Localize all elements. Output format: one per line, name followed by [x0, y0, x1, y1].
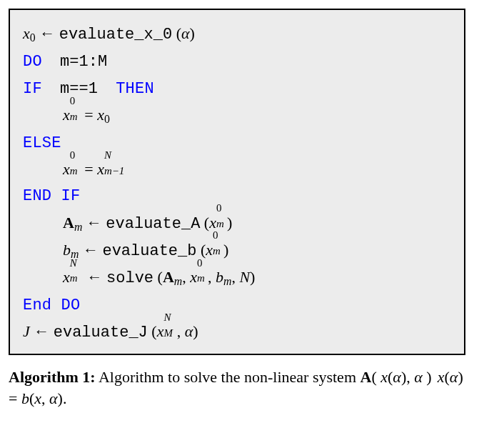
var-x: x — [157, 322, 164, 340]
supsub: 0m00 — [70, 103, 81, 127]
sup: 0 — [213, 227, 218, 244]
arrow: ← — [79, 241, 102, 259]
fn-evaluate-b: evaluate_b — [102, 242, 196, 260]
var-x: x — [63, 106, 70, 124]
fn-evaluate-J: evaluate_J — [54, 324, 148, 342]
paren-close: ) — [227, 214, 232, 232]
var-x: x — [380, 368, 388, 386]
op: ), — [401, 368, 414, 386]
algo-line-4: x0m00 = x0 — [23, 103, 451, 129]
paren-open: ( — [148, 322, 157, 340]
sub: m — [70, 270, 78, 287]
var-A: A — [361, 368, 372, 386]
sub: m — [70, 163, 78, 179]
var-A: A — [63, 214, 74, 232]
algo-line-8: Am ← evaluate_A (x0m00) — [23, 211, 451, 237]
var-J: J — [23, 322, 30, 340]
sub: m — [197, 270, 205, 287]
op: ). — [58, 389, 67, 407]
loop-range: m=1:M — [51, 53, 107, 71]
comma: , — [182, 268, 190, 286]
sub-0: 0 — [30, 31, 36, 44]
var-A: A — [163, 268, 174, 286]
algo-line-7: END IF — [23, 183, 451, 209]
var-alpha: α — [450, 368, 458, 386]
arrow: ← — [30, 322, 54, 340]
var-b: b — [21, 389, 29, 407]
sub-0: 0 — [104, 114, 110, 126]
sup: N — [104, 147, 111, 164]
paren-close: ) — [193, 322, 198, 340]
algo-line-12: J ← evaluate_J (xNMN0, α) — [23, 319, 451, 345]
sup: 0 — [197, 255, 202, 272]
kw-then: THEN — [116, 80, 154, 98]
op: ) — [423, 368, 435, 386]
var-alpha: α — [49, 389, 58, 407]
paren-close: ) — [223, 241, 228, 259]
sub: m — [213, 243, 221, 259]
sub: m−1 — [104, 163, 124, 179]
algo-line-11: End DO — [23, 292, 451, 318]
algo-line-6: x0m00 = xNm−1m−1 — [23, 157, 451, 181]
caption-label: Algorithm 1: — [9, 368, 96, 386]
fn-evaluate-x0: evaluate_x_0 — [59, 26, 172, 44]
op: ( — [371, 368, 380, 386]
var-x: x — [34, 389, 41, 407]
var-x: x — [190, 268, 197, 286]
paren-open: ( — [172, 24, 181, 42]
algo-line-9: bm ← evaluate_b (x0m00) — [23, 238, 451, 264]
fn-evaluate-A: evaluate_A — [106, 215, 200, 233]
algorithm-box: x0 ← evaluate_x_0 (α) DO m=1:M IF m==1 T… — [9, 9, 465, 355]
comma: , — [177, 322, 185, 340]
var-x: x — [206, 241, 213, 259]
paren-open: ( — [153, 268, 163, 286]
var-x: x — [97, 106, 104, 124]
kw-else: ELSE — [23, 134, 61, 152]
arrow: ← — [82, 214, 106, 232]
comma: , — [231, 268, 239, 286]
algo-line-3: IF m==1 THEN — [23, 76, 451, 101]
op: ( — [444, 368, 449, 386]
caption-text: Algorithm to solve the non-linear system — [96, 368, 361, 386]
sup: N — [163, 309, 171, 326]
sup: 0 — [70, 147, 75, 164]
supsub: 0m00 — [213, 238, 223, 262]
eq: = — [81, 106, 97, 124]
var-b: b — [216, 268, 223, 286]
comma: , — [208, 268, 216, 286]
var-x: x — [23, 24, 30, 42]
sub: m — [70, 109, 78, 125]
algo-line-1: x0 ← evaluate_x_0 (α) — [23, 21, 451, 47]
algo-line-5: ELSE — [23, 130, 451, 156]
sub-m: m — [74, 221, 82, 233]
sub-m: m — [223, 275, 231, 287]
if-cond: m==1 — [51, 80, 107, 98]
paren-close: ) — [190, 24, 195, 42]
var-alpha: α — [181, 24, 190, 42]
paren-open: ( — [200, 214, 209, 232]
supsub: 0m00 — [70, 157, 81, 181]
fn-solve: solve — [106, 269, 153, 287]
supsub: 0m00 — [197, 265, 208, 289]
var-alpha: α — [393, 368, 401, 386]
eq: = — [81, 160, 97, 178]
var-x: x — [63, 160, 70, 178]
arrow: ← — [83, 268, 106, 286]
kw-endif: END IF — [23, 187, 80, 205]
var-N: N — [239, 268, 250, 286]
sup: 0 — [216, 200, 221, 216]
supsub: Nm−1m−1 — [104, 157, 124, 181]
var-x: x — [63, 268, 70, 286]
kw-enddo: End DO — [23, 297, 80, 314]
var-alpha: α — [185, 322, 193, 340]
kw-if: IF — [23, 80, 42, 98]
algo-line-2: DO m=1:M — [23, 49, 451, 74]
sup: 0 — [70, 93, 75, 109]
algo-line-10: xNmN0 ← solve (Am, x0m00, bm, N) — [23, 265, 451, 291]
algorithm-caption: Algorithm 1: Algorithm to solve the non-… — [9, 367, 465, 409]
kw-do: DO — [23, 53, 42, 71]
sub-m: m — [174, 275, 182, 287]
var-alpha: α — [414, 368, 423, 386]
sub: M — [163, 325, 172, 342]
paren-close: ) — [250, 268, 255, 286]
